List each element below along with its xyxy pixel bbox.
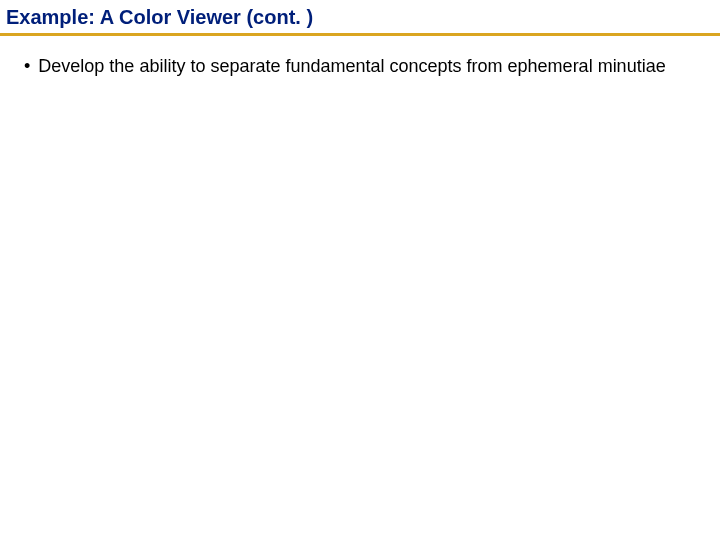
slide-title: Example: A Color Viewer (cont. ) xyxy=(0,0,720,36)
bullet-text: Develop the ability to separate fundamen… xyxy=(38,54,696,78)
bullet-marker-icon: • xyxy=(24,54,30,78)
bullet-item: • Develop the ability to separate fundam… xyxy=(24,54,696,78)
slide-content: • Develop the ability to separate fundam… xyxy=(0,36,720,96)
